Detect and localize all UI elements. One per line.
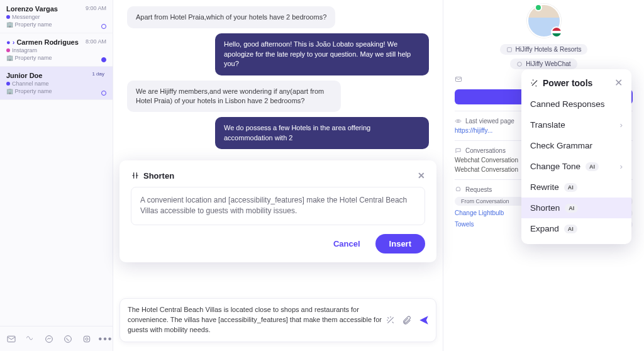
conversation-item[interactable]: Lorenzo Vargas Messenger 🏢 Property name…: [0, 0, 113, 33]
property-label: 🏢 Property name: [6, 55, 106, 61]
popover-title: Power tools: [543, 78, 592, 88]
insert-button[interactable]: Insert: [375, 234, 425, 254]
svg-point-4: [86, 338, 88, 340]
shorten-icon: [131, 171, 140, 180]
svg-rect-0: [8, 336, 15, 342]
attachment-icon[interactable]: [402, 315, 412, 325]
flag-icon: [551, 26, 562, 38]
pt-expand[interactable]: ExpandAI: [521, 218, 631, 239]
composer-text: The Hotel Central Beach Villas is locate…: [128, 306, 382, 333]
svg-point-6: [518, 62, 522, 66]
footer-channel-icons: •••: [0, 326, 113, 351]
conversation-item[interactable]: ● › Carmen Rodrigues Instagram 🏢 Propert…: [0, 33, 113, 67]
message-outgoing: We do possess a few Hotels in the area o…: [215, 117, 429, 149]
conversation-item-active[interactable]: Junior Doe Channel name 🏢 Property name …: [0, 67, 113, 100]
channel-label: Messenger: [6, 14, 106, 20]
close-icon[interactable]: ✕: [418, 170, 425, 181]
magic-icon[interactable]: [386, 315, 396, 325]
status-indicator: [101, 91, 106, 96]
pt-canned-responses[interactable]: Canned Responses: [521, 94, 631, 114]
pt-change-tone[interactable]: Change ToneAI›: [521, 156, 631, 177]
whatsapp-icon[interactable]: [63, 334, 73, 344]
instagram-icon[interactable]: [82, 334, 92, 344]
status-indicator: [101, 24, 106, 29]
timestamp: 1 day: [89, 70, 108, 77]
shorten-dialog: Shorten ✕ A convenient location and [acc…: [119, 160, 436, 262]
timestamp: 8:00 AM: [86, 38, 106, 45]
close-icon[interactable]: ✕: [614, 77, 623, 89]
conversation-list: Lorenzo Vargas Messenger 🏢 Property name…: [0, 0, 113, 351]
loop-icon[interactable]: [25, 334, 35, 344]
more-icon[interactable]: •••: [101, 334, 111, 344]
shorten-suggestion: A convenient location and [accessibility…: [131, 187, 425, 225]
status-indicator: [101, 57, 106, 62]
cancel-button[interactable]: Cancel: [325, 234, 369, 254]
svg-rect-7: [456, 77, 462, 82]
pt-check-grammar[interactable]: Check Grammar: [521, 135, 631, 156]
svg-rect-3: [84, 336, 89, 342]
timestamp: 9:00 AM: [86, 5, 106, 11]
message-composer[interactable]: The Hotel Central Beach Villas is locate…: [119, 298, 436, 342]
svg-point-2: [65, 335, 72, 342]
power-tools-icon: [530, 79, 539, 87]
dialog-title: Shorten: [143, 171, 174, 181]
messenger-icon[interactable]: [44, 334, 54, 344]
pt-shorten[interactable]: ShortenAI: [521, 198, 631, 218]
chat-pane: Apart from Hotel Praia,which of your hot…: [113, 0, 443, 351]
avatar: [527, 4, 561, 38]
property-label: 🏢 Property name: [6, 88, 106, 94]
pt-rewrite[interactable]: RewriteAI: [521, 177, 631, 198]
power-tools-popover: Power tools ✕ Canned Responses Translate…: [521, 69, 631, 244]
message-incoming: Apart from Hotel Praia,which of your hot…: [127, 6, 335, 28]
send-icon[interactable]: [418, 315, 430, 326]
webchat-chip: HiJiffy WebChat: [510, 58, 577, 69]
svg-point-8: [457, 120, 459, 122]
mail-icon[interactable]: [6, 334, 16, 344]
pt-translate[interactable]: Translate›: [521, 114, 631, 135]
message-incoming: We are Hijiffy members,and were wonderin…: [127, 81, 341, 113]
brand-chip: HiJiffy Hotels & Resorts: [500, 44, 588, 55]
channel-label: Instagram: [6, 47, 106, 53]
property-label: 🏢 Property name: [6, 21, 106, 28]
message-outgoing: Hello, good afternoon! This is João Loba…: [215, 33, 429, 75]
channel-label: Channel name: [6, 81, 106, 87]
svg-rect-5: [507, 47, 511, 52]
